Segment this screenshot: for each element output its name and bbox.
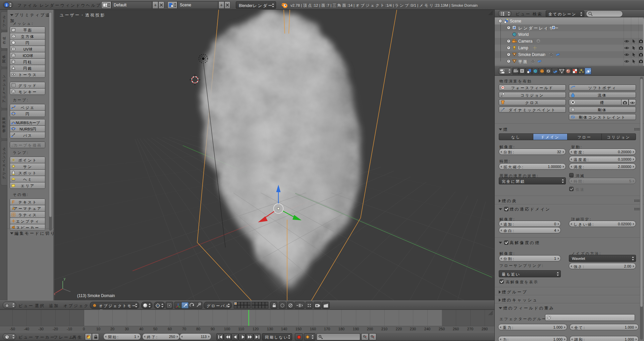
svg-text:x: x (373, 335, 374, 338)
svg-text:F: F (12, 200, 15, 204)
svg-text:x: x (54, 292, 55, 296)
svg-text:y: y (64, 277, 65, 281)
svg-text:+: + (365, 335, 367, 338)
